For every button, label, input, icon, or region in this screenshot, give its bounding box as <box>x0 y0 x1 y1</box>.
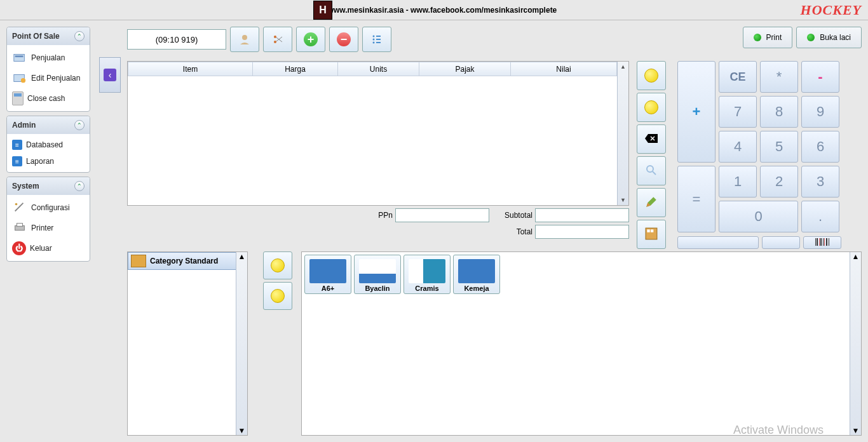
key-7[interactable]: 7 <box>719 96 757 128</box>
remove-button[interactable]: − <box>329 27 358 52</box>
key-9[interactable]: 9 <box>801 96 839 128</box>
scroll-up-icon[interactable]: ▲ <box>852 252 860 261</box>
nav-databased[interactable]: ≡ Databased <box>8 137 88 153</box>
key-3[interactable]: 3 <box>801 166 839 198</box>
product-label: Cramis <box>415 285 438 292</box>
search-button[interactable] <box>637 156 666 185</box>
category-scrollbar[interactable]: ▲ ▼ <box>236 252 247 435</box>
col-pajak[interactable]: Pajak <box>419 62 511 76</box>
list-button[interactable] <box>362 27 391 52</box>
extra-key-1[interactable] <box>677 236 759 249</box>
numeric-keypad: CE * - + 7 8 9 4 5 6 1 2 3 = 0 . <box>677 61 862 249</box>
scroll-up-icon[interactable]: ▲ <box>618 62 628 72</box>
col-nilai[interactable]: Nilai <box>511 62 617 76</box>
extra-key-2[interactable] <box>762 236 800 249</box>
product-card[interactable]: Cramis <box>403 255 451 294</box>
time-display: (09:10 919) <box>127 29 226 50</box>
panel-pos-header[interactable]: Point Of Sale ⌃ <box>7 27 90 45</box>
open-drawer-button[interactable]: Buka laci <box>796 27 862 48</box>
svg-rect-25 <box>823 238 824 246</box>
scroll-up-icon[interactable]: ▲ <box>238 252 246 261</box>
edit-button[interactable] <box>637 188 666 217</box>
key-5[interactable]: 5 <box>760 131 798 163</box>
database-icon: ≡ <box>12 140 22 150</box>
product-card[interactable]: A6+ <box>304 255 351 294</box>
key-minus[interactable]: - <box>801 61 839 93</box>
panel-system: System ⌃ Configurasi Printer ⏻ Keluar <box>6 177 90 262</box>
nav-keluar[interactable]: ⏻ Keluar <box>8 238 88 258</box>
key-dot[interactable]: . <box>801 201 839 232</box>
key-ce[interactable]: CE <box>719 61 757 93</box>
subtotal-input[interactable] <box>535 208 629 222</box>
nav-close-cash[interactable]: Close cash <box>8 88 88 109</box>
product-up-button[interactable] <box>263 251 292 279</box>
scroll-down-icon[interactable]: ▼ <box>618 195 628 205</box>
svg-point-3 <box>21 78 25 83</box>
barcode-icon <box>815 238 830 248</box>
nav-label: Edit Penjualan <box>31 74 80 83</box>
ppn-input[interactable] <box>395 208 489 222</box>
yellow-dot-icon <box>271 258 285 272</box>
pencil-icon <box>645 196 658 210</box>
print-button[interactable]: Print <box>743 27 793 48</box>
key-0[interactable]: 0 <box>719 201 798 232</box>
key-8[interactable]: 8 <box>760 96 798 128</box>
key-plus[interactable]: + <box>677 61 715 163</box>
customer-button[interactable] <box>230 27 259 52</box>
barcode-button[interactable] <box>803 236 841 249</box>
yellow-dot-icon <box>644 100 658 114</box>
panel-admin-header[interactable]: Admin ⌃ <box>7 116 90 134</box>
col-units[interactable]: Units <box>338 62 419 76</box>
attr1-button[interactable] <box>637 61 666 90</box>
svg-rect-27 <box>826 238 827 246</box>
person-icon <box>238 33 251 46</box>
attr2-button[interactable] <box>637 93 666 122</box>
nav-printer[interactable]: Printer <box>8 218 88 238</box>
total-input[interactable] <box>535 225 629 239</box>
sale-icon <box>12 51 27 65</box>
brand-logo: HOCKEY <box>801 2 862 18</box>
products-scrollbar[interactable]: ▲ ▼ <box>850 252 861 435</box>
yellow-dot-icon <box>644 69 658 83</box>
product-card[interactable]: Kemeja <box>453 255 500 294</box>
collapse-icon[interactable]: ⌃ <box>74 181 85 191</box>
backspace-button[interactable] <box>637 124 666 154</box>
nav-penjualan[interactable]: Penjualan <box>8 48 88 68</box>
calc-button[interactable] <box>637 220 666 249</box>
nav-configurasi[interactable]: Configurasi <box>8 198 88 218</box>
key-star[interactable]: * <box>760 61 798 93</box>
category-panel: Category Standard ▲ ▼ <box>127 251 248 436</box>
collapse-icon[interactable]: ⌃ <box>74 31 85 41</box>
svg-point-9 <box>274 41 276 43</box>
chevron-left-icon: ‹ <box>104 69 116 81</box>
product-label: Byaclin <box>365 285 390 292</box>
scroll-down-icon[interactable]: ▼ <box>238 426 246 435</box>
nav-edit-penjualan[interactable]: Edit Penjualan <box>8 68 88 88</box>
grid-scrollbar[interactable]: ▲ ▼ <box>617 62 628 205</box>
key-2[interactable]: 2 <box>760 166 798 198</box>
col-item[interactable]: Item <box>128 62 253 76</box>
product-down-button[interactable] <box>263 282 292 310</box>
topbar: H www.mesinkasir.asia - www.facebook.com… <box>0 0 868 20</box>
panel-admin: Admin ⌃ ≡ Databased ≡ Laporan <box>6 116 90 173</box>
add-button[interactable]: + <box>296 27 325 52</box>
key-4[interactable]: 4 <box>719 131 757 163</box>
print-label: Print <box>766 33 782 42</box>
collapse-sidebar-button[interactable]: ‹ <box>99 57 121 93</box>
scroll-down-icon[interactable]: ▼ <box>852 426 860 435</box>
top-right-actions: Print Buka laci <box>743 27 862 48</box>
svg-rect-19 <box>647 229 649 232</box>
keypad-icon <box>645 227 658 242</box>
nav-laporan[interactable]: ≡ Laporan <box>8 153 88 170</box>
key-1[interactable]: 1 <box>719 166 757 198</box>
col-harga[interactable]: Harga <box>253 62 338 76</box>
key-equals[interactable]: = <box>677 166 715 232</box>
key-6[interactable]: 6 <box>801 131 839 163</box>
collapse-icon[interactable]: ⌃ <box>74 120 85 130</box>
split-button[interactable] <box>263 27 292 52</box>
items-table[interactable]: Item Harga Units Pajak Nilai <box>128 62 617 76</box>
svg-rect-21 <box>815 238 816 246</box>
panel-system-header[interactable]: System ⌃ <box>7 177 90 195</box>
category-item[interactable]: Category Standard <box>128 252 247 270</box>
product-card[interactable]: Byaclin <box>354 255 401 294</box>
